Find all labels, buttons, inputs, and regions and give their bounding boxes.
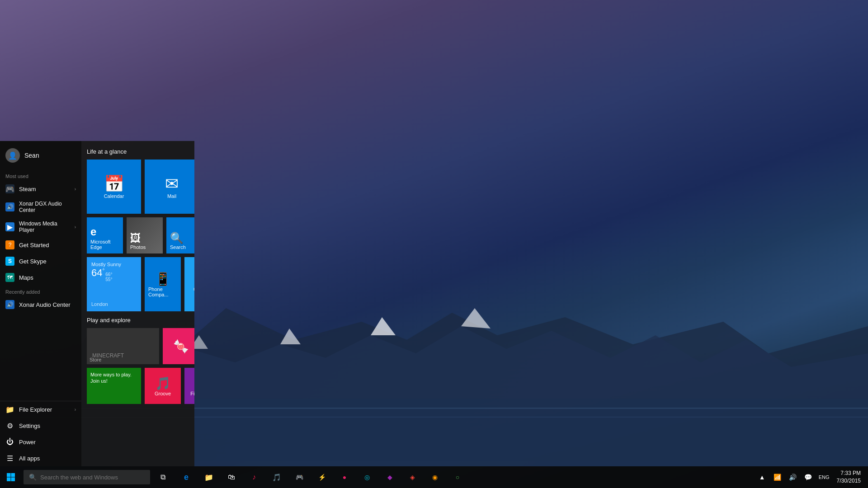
app7-icon: ⚡ [318, 474, 326, 481]
svg-rect-11 [7, 478, 11, 482]
weather-temp: 64° [91, 267, 104, 279]
sidebar-item-xonar-dgx[interactable]: 🔊 Xonar DGX Audio Center [0, 197, 81, 217]
taskbar-spotify[interactable]: 🎵 [266, 466, 288, 488]
store-label: Store [90, 357, 101, 362]
mail-tile-content: ✉ Mail [148, 163, 194, 210]
taskbar-search[interactable]: 🔍 [24, 470, 150, 484]
start-menu: 👤 Sean Most used 🎮 Steam › 🔊 Xonar DGX A… [0, 141, 194, 466]
steam-icon: 🎮 [5, 184, 14, 193]
tile-mail[interactable]: ✉ Mail [145, 160, 194, 214]
most-used-label: Most used [0, 170, 81, 181]
settings-icon: ⚙ [5, 421, 14, 430]
taskbar-system-tray: ▲ 📶 🔊 💬 ENG 7:33 PM 7/30/2015 [755, 469, 868, 485]
taskbar-store[interactable]: 🛍 [221, 466, 242, 488]
tile-store[interactable]: Store MINECRAFT [87, 328, 159, 364]
tile-films-tv[interactable]: 🎬 Films & TV [184, 368, 194, 404]
edge-label: Microsoft Edge [90, 239, 119, 250]
taskbar-app10[interactable]: ◆ [379, 466, 401, 488]
tile-twitter[interactable]: 🐦 Hello Life! [184, 257, 194, 311]
tile-edge[interactable]: e Microsoft Edge [87, 217, 123, 253]
taskbar-edge[interactable]: e [175, 466, 197, 488]
tile-calendar[interactable]: 📅 Calendar [87, 160, 141, 214]
xonar-dgx-label: Xonar DGX Audio Center [19, 201, 76, 213]
taskbar-app6[interactable]: 🎮 [288, 466, 310, 488]
taskbar-pinned-apps: e 📁 🛍 ♪ 🎵 🎮 ⚡ ● ◎ [175, 466, 468, 488]
sidebar-item-settings[interactable]: ⚙ Settings [0, 418, 81, 434]
taskbar-app11[interactable]: ◈ [401, 466, 423, 488]
app6-icon: 🎮 [296, 474, 303, 481]
tile-candy-crush[interactable]: 🍬 [163, 328, 194, 364]
volume-level-icon: 🔊 [789, 474, 797, 481]
edge-icon: e [90, 225, 96, 239]
xonar-audio-label: Xonar Audio Center [19, 301, 70, 308]
sidebar-item-maps[interactable]: 🗺 Maps [0, 269, 81, 286]
films-label: Films & TV [190, 391, 194, 396]
network-status-icon: 📶 [774, 474, 781, 481]
show-hidden-icons-button[interactable]: ▲ [755, 470, 769, 484]
chevron-up-icon: ▲ [759, 474, 765, 481]
start-button[interactable] [0, 466, 22, 488]
sidebar-item-xonar-audio[interactable]: 🔊 Xonar Audio Center [0, 296, 81, 313]
windows-logo-icon [7, 473, 15, 481]
sidebar-item-file-explorer[interactable]: 📁 File Explorer › [0, 401, 81, 418]
clock-button[interactable]: 7:33 PM 7/30/2015 [833, 469, 864, 485]
sidebar-item-get-started[interactable]: ? Get Started [0, 237, 81, 253]
sidebar-item-skype[interactable]: S Get Skype [0, 253, 81, 269]
tile-phone-companion[interactable]: 📱 Phone Compa... [145, 257, 181, 311]
taskbar-app13[interactable]: ○ [447, 466, 468, 488]
tile-more-ways[interactable]: More ways to play. Join us! [87, 368, 141, 404]
groove-taskbar-icon: ♪ [252, 473, 256, 481]
taskbar-app7[interactable]: ⚡ [311, 466, 333, 488]
svg-marker-3 [280, 328, 301, 344]
tiles-row-3: Mostly Sunny 64° 66° 55° London 📱 Phone [87, 257, 189, 311]
sidebar-item-all-apps[interactable]: ☰ All apps [0, 450, 81, 466]
taskbar-app8[interactable]: ● [334, 466, 355, 488]
taskbar-file-explorer[interactable]: 📁 [198, 466, 220, 488]
svg-marker-5 [461, 308, 491, 328]
file-explorer-label: File Explorer [19, 406, 52, 413]
get-started-icon: ? [5, 240, 14, 249]
weather-low: 55° [105, 277, 112, 282]
twitter-content: Hello Life! [193, 287, 194, 291]
weather-city: London [91, 301, 108, 307]
skype-label: Get Skype [19, 258, 47, 265]
tile-search[interactable]: 🔍 Search [166, 217, 194, 253]
groove-icon: 🎵 [155, 376, 171, 391]
network-icon[interactable]: 📶 [771, 470, 784, 484]
photos-label: Photos [130, 244, 146, 250]
app9-icon: ◎ [364, 474, 370, 481]
notifications-icon[interactable]: 💬 [802, 470, 815, 484]
volume-icon[interactable]: 🔊 [786, 470, 800, 484]
life-at-a-glance-label: Life at a glance [87, 148, 189, 155]
language-button[interactable]: ENG [817, 470, 831, 484]
taskbar-search-input[interactable] [40, 474, 145, 481]
sidebar-item-steam[interactable]: 🎮 Steam › [0, 181, 81, 197]
task-view-icon: ⧉ [160, 473, 165, 481]
app12-icon: ◉ [432, 474, 438, 481]
tiles-row-5: More ways to play. Join us! 🎵 Groove 🎬 F… [87, 368, 189, 404]
taskbar-app9[interactable]: ◎ [356, 466, 378, 488]
recently-added-label: Recently added [0, 286, 81, 296]
taskbar-app12[interactable]: ◉ [424, 466, 446, 488]
wmp-chevron: › [75, 225, 76, 230]
tile-photos[interactable]: 🖼 Photos [127, 217, 163, 253]
user-profile[interactable]: 👤 Sean [0, 141, 81, 170]
sidebar-item-wmp[interactable]: ▶ Windows Media Player › [0, 217, 81, 237]
power-label: Power [19, 439, 36, 446]
taskbar-search-icon: 🔍 [29, 474, 37, 481]
tile-groove[interactable]: 🎵 Groove [145, 368, 181, 404]
start-menu-bottom: 📁 File Explorer › ⚙ Settings ⏻ Power ☰ A… [0, 401, 81, 466]
taskbar-groove[interactable]: ♪ [243, 466, 265, 488]
phone-companion-icon: 📱 [155, 272, 171, 286]
weather-high: 66° [105, 272, 112, 277]
calendar-icon: 📅 [104, 174, 124, 193]
tiles-row-4: Store MINECRAFT 🍬 [87, 328, 189, 364]
tile-weather[interactable]: Mostly Sunny 64° 66° 55° London [87, 257, 141, 311]
more-ways-label: More ways to play. Join us! [90, 371, 137, 385]
sidebar-item-power[interactable]: ⏻ Power [0, 434, 81, 450]
svg-rect-10 [11, 473, 15, 477]
settings-label: Settings [19, 422, 40, 429]
user-name: Sean [24, 152, 39, 159]
task-view-button[interactable]: ⧉ [152, 466, 174, 488]
weather-range: 66° 55° [105, 272, 112, 282]
